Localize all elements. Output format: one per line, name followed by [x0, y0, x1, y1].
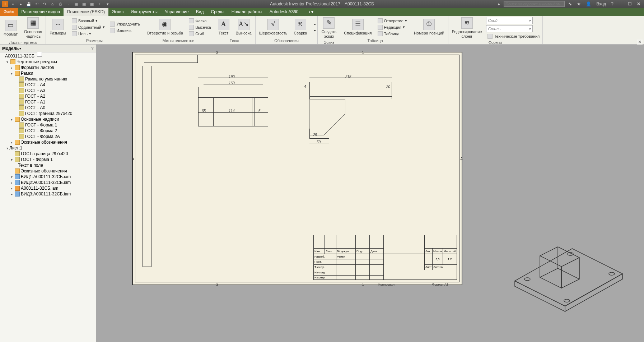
- tree-node[interactable]: ▸ВИД2:А000111-32СБ.iam: [0, 180, 96, 185]
- qat-btn-1[interactable]: ▦: [73, 1, 79, 7]
- expand-icon[interactable]: ▸: [9, 66, 14, 70]
- retrieve-dim-button[interactable]: Извлечь: [108, 28, 141, 33]
- expand-icon[interactable]: ▾: [9, 158, 14, 162]
- tree-node[interactable]: ▾Чертежные ресурсы: [0, 59, 96, 65]
- home-icon[interactable]: ⌂: [50, 1, 55, 7]
- tab-extra-icon[interactable]: ▪ ▾: [305, 8, 317, 16]
- signin-arrow-icon[interactable]: ⬊: [567, 1, 573, 6]
- punch-note-button[interactable]: Высечка: [187, 24, 212, 30]
- format-button[interactable]: ▭Формат: [1, 19, 20, 37]
- tree-node[interactable]: ▾ВИД1:А000111-32СБ.iam: [0, 174, 96, 180]
- tree-node[interactable]: ГОСТ - А2: [0, 93, 96, 99]
- help-arrow-icon[interactable]: ▸: [496, 1, 501, 6]
- tech-req-button[interactable]: Технические требования: [486, 33, 541, 39]
- create-sketch-button[interactable]: ✎Создать эскиз: [319, 17, 339, 40]
- expand-icon[interactable]: ▸: [9, 181, 14, 185]
- arrange-dim-button[interactable]: Упорядочить: [108, 21, 141, 27]
- tab-view[interactable]: Вид: [192, 8, 207, 16]
- qat-btn-3[interactable]: ▦: [89, 1, 95, 7]
- open-icon[interactable]: ▸: [18, 1, 24, 7]
- tab-a360[interactable]: Autodesk A360: [266, 8, 302, 16]
- tree-node[interactable]: ▸Форматы листов: [0, 65, 96, 70]
- login-label[interactable]: Вход: [595, 1, 607, 6]
- hole-thread-button[interactable]: ◉Отверстие и резьба: [145, 18, 186, 36]
- tab-file[interactable]: Файл: [0, 8, 18, 16]
- tree-node[interactable]: ГОСТ - А0: [0, 105, 96, 111]
- tab-annotation-eskd[interactable]: Пояснение (ESKD): [64, 8, 108, 16]
- expand-icon[interactable]: ▾: [9, 175, 14, 179]
- qat-plus[interactable]: +: [97, 1, 103, 7]
- close-icon[interactable]: ✕: [635, 1, 642, 6]
- app-icon[interactable]: I: [2, 1, 8, 7]
- print-icon[interactable]: ⎙: [57, 1, 63, 7]
- title-block[interactable]: ИзмЛист№ докум.Подп.Дата ЛитМассаМасштаб…: [313, 235, 457, 280]
- bend-note-button[interactable]: Сгиб: [187, 31, 212, 37]
- help-icon[interactable]: ?: [610, 1, 615, 6]
- surface-button[interactable]: √Шероховатость: [257, 18, 290, 36]
- browser-header[interactable]: Модель▾ ?: [0, 45, 96, 52]
- tab-sketch[interactable]: Эскиз: [108, 8, 127, 16]
- minimize-icon[interactable]: —: [617, 1, 624, 6]
- tree-node[interactable]: ГОСТ - А1: [0, 99, 96, 105]
- drawing-canvas[interactable]: 2 1 2 1 А А 190 160: [96, 45, 644, 342]
- tree-node[interactable]: ▾ГОСТ - Форма 1: [0, 157, 96, 162]
- tab-view-placement[interactable]: Размещение видов: [18, 8, 64, 16]
- tree-node[interactable]: ГОСТ - А4: [0, 82, 96, 88]
- tree-node[interactable]: ГОСТ - Форма 1: [0, 122, 96, 128]
- tree-node[interactable]: А000111-32СБ: [0, 53, 96, 59]
- spec-button[interactable]: ☰Спецификация: [342, 18, 374, 36]
- expand-icon[interactable]: ▸: [9, 140, 14, 144]
- help-search-input[interactable]: [504, 1, 565, 7]
- tree-node[interactable]: ▸ВИД3:А000111-32СБ.iam: [0, 191, 96, 197]
- chain-dim-button[interactable]: Цепь ▾: [70, 31, 106, 37]
- new-icon[interactable]: ▫: [10, 1, 16, 7]
- tree-node[interactable]: ГОСТ: граница 297x420: [0, 151, 96, 157]
- edit-layers-button[interactable]: ≋Редактирование слоев: [450, 17, 484, 40]
- revision-table-button[interactable]: Редакция ▾: [376, 24, 409, 30]
- browser-help-icon[interactable]: ?: [91, 46, 94, 51]
- dimension-button[interactable]: ↔Размеры: [47, 18, 68, 36]
- tree-node[interactable]: ▸Эскизные обозначения: [0, 139, 96, 145]
- tree-node[interactable]: Эскизные обозначения: [0, 168, 96, 174]
- leader-text-button[interactable]: A↘Выноска: [234, 18, 254, 36]
- expand-icon[interactable]: ▾: [9, 117, 14, 121]
- tree-node[interactable]: ▾Рамки: [0, 70, 96, 76]
- tab-tools[interactable]: Инструменты: [127, 8, 161, 16]
- titleblock-button[interactable]: ▦Основная надпись: [22, 17, 44, 40]
- save-icon[interactable]: 💾: [26, 1, 32, 7]
- expand-icon[interactable]: ▾: [9, 71, 14, 75]
- tree-node[interactable]: ГОСТ - А3: [0, 88, 96, 93]
- ordinate-dim-button[interactable]: Ординатный ▾: [70, 24, 106, 30]
- baseline-dim-button[interactable]: Базовый ▾: [70, 18, 106, 24]
- expand-icon[interactable]: ▸: [9, 186, 14, 190]
- style-combo[interactable]: Стиль▾: [486, 25, 533, 32]
- drawing-view-iso[interactable]: [508, 220, 630, 320]
- balloon-button[interactable]: ①Номера позиций: [412, 18, 447, 36]
- general-table-button[interactable]: Таблица: [376, 31, 409, 37]
- expand-icon[interactable]: ▾: [5, 60, 9, 64]
- qat-dropdown-icon[interactable]: ▾: [105, 1, 111, 7]
- tree-node[interactable]: ГОСТ: граница 297x420: [0, 111, 96, 116]
- hole-table-button[interactable]: Отверстие ▾: [376, 18, 409, 24]
- expand-icon[interactable]: ▸: [9, 192, 14, 196]
- tree-node[interactable]: ▾Лист:1: [0, 145, 96, 151]
- tab-environments[interactable]: Среды: [207, 8, 228, 16]
- tree-node[interactable]: ▾Основные надписи: [0, 116, 96, 122]
- layer-combo[interactable]: Слой▾: [486, 17, 533, 24]
- user-icon[interactable]: 👤: [584, 1, 593, 6]
- tree-node[interactable]: Текст в поле: [0, 162, 96, 168]
- expand-icon[interactable]: ▾: [5, 146, 9, 150]
- tab-manage[interactable]: Управление: [161, 8, 192, 16]
- tree-node[interactable]: Рамка по умолчанию: [0, 76, 96, 82]
- drawing-view-2[interactable]: 215 4 20 25 50: [304, 75, 394, 161]
- chamfer-note-button[interactable]: Фаска: [187, 18, 212, 24]
- tree-node[interactable]: ГОСТ - Форма 2: [0, 128, 96, 134]
- weld-button[interactable]: ⤱Сварка: [291, 18, 309, 36]
- tree-node[interactable]: ▸А000111-32СБ.iam: [0, 185, 96, 191]
- tab-get-started[interactable]: Начало работы: [228, 8, 266, 16]
- qat-btn-2[interactable]: ▦: [81, 1, 87, 7]
- tree-node[interactable]: ГОСТ - Форма 2А: [0, 134, 96, 139]
- drawing-view-1[interactable]: 190 160 35 114 6: [195, 75, 270, 139]
- browser-close-icon[interactable]: ✕: [637, 40, 643, 45]
- undo-icon[interactable]: ↶: [34, 1, 39, 7]
